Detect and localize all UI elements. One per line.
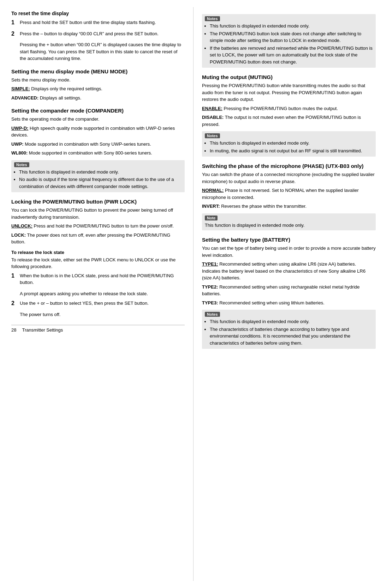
note-item: This function is displayed in extended m…	[210, 318, 373, 325]
muting-notes-box: Notes This function is displayed in exte…	[202, 131, 376, 157]
menu-advanced: ADVANCED: Displays all settings.	[11, 95, 185, 102]
notes-label: Notes	[205, 16, 220, 21]
step-sub-text: Pressing the + button when “00:00 CLR” i…	[20, 41, 185, 62]
phase-normal: NORMAL: Phase is not reversed. Set to NO…	[202, 187, 376, 201]
notes-label: Notes	[205, 312, 220, 317]
compander-title: Setting the compander mode (COMPANDER)	[11, 108, 185, 114]
sub-para: The power turns off.	[20, 311, 185, 318]
page-number: 28	[11, 327, 16, 333]
battery-notes-list: This function is displayed in extended m…	[205, 318, 373, 346]
note-item: This function is displayed in extended m…	[210, 140, 373, 147]
compander-wl800: WL800: Mode supported in combination wit…	[11, 150, 185, 157]
step-number: 1	[11, 19, 20, 28]
battery-type1: TYPE1: Recommended setting when using al…	[202, 261, 376, 281]
pwr-unlock: UNLOCK: Press and hold the POWER/MUTING …	[11, 223, 185, 230]
muting-notes-list: This function is displayed in extended m…	[205, 140, 373, 154]
menu-mode-title: Setting the menu display mode (MENU MODE…	[11, 68, 185, 74]
battery-type2: TYPE2: Recommended setting when using re…	[202, 284, 376, 297]
step-number: 2	[11, 30, 20, 39]
note-item: This function is displayed in extended m…	[19, 169, 182, 176]
top-notes-list: This function is displayed in extended m…	[205, 23, 373, 65]
step-1-lock: 1 When the button is in the LOCK state, …	[11, 272, 185, 287]
pwr-lock-desc: You can lock the POWER/MUTING button to …	[11, 207, 185, 220]
step-sub-text: The power turns off.	[20, 311, 185, 318]
phase-note-box: Note This function is displayed in exten…	[202, 213, 376, 231]
battery-type3: TYPE3: Recommended setting when using li…	[202, 299, 376, 307]
compander-notes-box: Notes This function is displayed in exte…	[11, 160, 185, 193]
note-item: The POWER/MUTING button lock state does …	[210, 30, 373, 44]
note-item: This function is displayed in extended m…	[210, 23, 373, 30]
note-item: If the batteries are removed and reinser…	[210, 45, 373, 66]
page-label: Transmitter Settings	[22, 327, 63, 333]
note-item: In muting, the audio signal is not outpu…	[210, 147, 373, 154]
muting-enable: ENABLE: Pressing the POWER/MUTING button…	[202, 105, 376, 112]
note-item: No audio is output if the tone signal fr…	[19, 176, 182, 190]
notes-label: Notes	[205, 133, 220, 138]
step-sub-text: A prompt appears asking you whether to r…	[20, 290, 185, 297]
sub-para: A prompt appears asking you whether to r…	[20, 290, 185, 297]
menu-simple: SIMPLE: Displays only the required setti…	[11, 85, 185, 92]
muting-desc: Pressing the POWER/MUTING button while t…	[202, 82, 376, 103]
compander-uwp: UWP: Mode supported in combination with …	[11, 141, 185, 148]
phase-invert: INVERT: Reverses the phase within the tr…	[202, 203, 376, 210]
step-content: Use the + or – button to select YES, the…	[20, 300, 185, 308]
reset-time-title: To reset the time display	[11, 11, 185, 16]
compander-uwpd: UWP-D: High speech quality mode supporte…	[11, 125, 185, 139]
step-content: Press the – button to display “00:00 CLR…	[20, 30, 185, 39]
phase-title: Switching the phase of the microphone (P…	[202, 163, 376, 169]
phase-note-text: This function is displayed in extended m…	[205, 222, 373, 229]
note-item: The characteristics of batteries change …	[210, 326, 373, 347]
step-number: 1	[11, 272, 20, 287]
battery-title: Setting the battery type (BATTERY)	[202, 237, 376, 243]
left-column: To reset the time display 1 Press and ho…	[0, 7, 194, 581]
release-lock-title: To release the lock state	[11, 250, 185, 255]
compander-desc: Sets the operating mode of the compander…	[11, 116, 185, 123]
step-text: Use the + or – button to select YES, the…	[20, 300, 185, 307]
compander-notes-list: This function is displayed in extended m…	[14, 169, 182, 190]
release-lock-desc: To release the lock state, either set th…	[11, 256, 185, 270]
battery-desc: You can set the type of battery being us…	[202, 245, 376, 259]
muting-title: Muting the output (MUTING)	[202, 74, 376, 80]
step-content: When the button is in the LOCK state, pr…	[20, 272, 185, 287]
step-number: 2	[11, 300, 20, 308]
notes-label: Notes	[14, 162, 29, 167]
step-text: When the button is in the LOCK state, pr…	[20, 272, 185, 286]
battery-notes-box: Notes This function is displayed in exte…	[202, 310, 376, 349]
step-text: Press the – button to display “00:00 CLR…	[20, 30, 185, 37]
footer: 28 Transmitter Settings	[11, 325, 185, 333]
step-2-lock: 2 Use the + or – button to select YES, t…	[11, 300, 185, 308]
step-2-reset: 2 Press the – button to display “00:00 C…	[11, 30, 185, 39]
phase-desc: You can switch the phase of a connected …	[202, 171, 376, 185]
pwr-lock-para: LOCK: The power does not turn off, even …	[11, 232, 185, 245]
note-label: Note	[205, 216, 218, 220]
step-1-reset: 1 Press and hold the SET button until th…	[11, 19, 185, 28]
pwr-lock-title: Locking the POWER/MUTING button (PWR LOC…	[11, 199, 185, 205]
sub-para: Pressing the + button when “00:00 CLR” i…	[20, 41, 185, 62]
step-content: Press and hold the SET button until the …	[20, 19, 185, 28]
top-notes-box: Notes This function is displayed in exte…	[202, 14, 376, 68]
menu-mode-desc: Sets the menu display mode.	[11, 77, 185, 84]
muting-disable: DISABLE: The output is not muted even wh…	[202, 114, 376, 128]
right-column: Notes This function is displayed in exte…	[194, 7, 387, 581]
step-text: Press and hold the SET button until the …	[20, 19, 185, 26]
